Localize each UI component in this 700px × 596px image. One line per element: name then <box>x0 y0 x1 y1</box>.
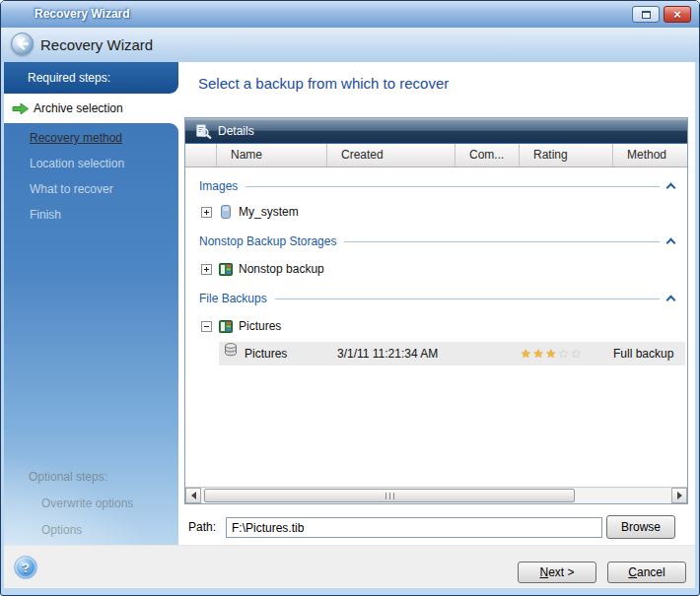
back-button[interactable] <box>11 33 34 55</box>
optional-steps-header: Optional steps: <box>4 464 178 490</box>
sidebar-item-archive-selection[interactable]: Archive selection <box>4 94 178 123</box>
footer: ? Next > Cancel <box>4 545 695 588</box>
next-button[interactable]: Next > <box>518 562 596 583</box>
path-input[interactable] <box>226 517 602 538</box>
current-step-arrow-icon <box>12 102 30 115</box>
maximize-button[interactable] <box>632 6 660 23</box>
column-header-comments[interactable]: Com... <box>455 144 520 166</box>
expand-toggle[interactable] <box>201 207 212 218</box>
sidebar-item-options: Options <box>4 517 178 543</box>
backup-name: My_system <box>239 205 299 219</box>
collapse-chevron-icon[interactable] <box>666 183 676 193</box>
version-created: 3/1/11 11:21:34 AM <box>337 342 438 365</box>
backup-row-nonstop-backup[interactable]: Nonstop backup <box>185 256 687 282</box>
grip-icon <box>385 493 394 499</box>
required-steps-header: Required steps: <box>4 62 178 94</box>
star-empty-icon[interactable]: ★ <box>571 347 584 361</box>
scroll-left-button[interactable] <box>185 488 201 503</box>
backup-row-pictures[interactable]: Pictures <box>185 313 687 339</box>
collapse-chevron-icon[interactable] <box>666 238 676 248</box>
collapse-chevron-icon[interactable] <box>666 296 676 305</box>
close-icon: × <box>673 7 681 22</box>
back-arrow-icon <box>16 37 29 50</box>
page-title: Recovery Wizard <box>40 28 153 62</box>
rating-stars[interactable]: ★★★★★ <box>521 342 584 365</box>
column-header-method[interactable]: Method <box>613 144 687 166</box>
path-row: Path: Browse <box>178 510 695 545</box>
group-label: File Backups <box>199 292 267 305</box>
sidebar-item-location-selection: Location selection <box>4 151 178 176</box>
details-label: Details <box>218 124 254 138</box>
column-header-name[interactable]: Name <box>217 144 327 166</box>
group-images: Images <box>185 175 687 197</box>
backup-version-row[interactable]: Pictures 3/1/11 11:21:34 AM ★★★★★ Full b… <box>219 342 685 365</box>
group-separator <box>275 298 660 299</box>
table-header: Name Created Com... Rating Method <box>185 144 687 167</box>
backup-list-panel: Details Name Created Com... Rating Metho… <box>184 117 688 504</box>
disk-image-icon <box>218 204 234 220</box>
browse-button[interactable]: Browse <box>606 515 675 539</box>
sidebar-item-what-to-recover: What to recover <box>4 176 178 202</box>
star-filled-icon[interactable]: ★ <box>546 347 559 361</box>
group-file-backups: File Backups <box>185 288 687 309</box>
question-icon: ? <box>22 561 30 575</box>
triangle-right-icon <box>677 492 682 499</box>
wizard-header: Recovery Wizard <box>1 28 699 62</box>
details-icon <box>195 123 212 139</box>
group-separator <box>344 241 660 242</box>
expand-toggle[interactable] <box>201 264 212 275</box>
star-filled-icon[interactable]: ★ <box>521 347 533 361</box>
collapse-toggle[interactable] <box>201 321 212 332</box>
version-name: Pictures <box>245 342 287 365</box>
sidebar-item-recovery-method[interactable]: Recovery method <box>4 125 178 151</box>
sidebar-item-overwrite-options: Overwrite options <box>4 491 178 516</box>
backup-row-my-system[interactable]: My_system <box>185 199 687 225</box>
scroll-right-button[interactable] <box>671 488 687 503</box>
cancel-button[interactable]: Cancel <box>607 562 686 583</box>
close-button[interactable]: × <box>664 6 691 23</box>
active-step-label: Archive selection <box>34 101 123 115</box>
backup-list: Images My_system Nonstop Backup <box>185 167 687 487</box>
scrollbar-thumb[interactable] <box>204 489 575 502</box>
backup-name: Pictures <box>239 319 281 333</box>
backup-name: Nonstop backup <box>239 262 324 276</box>
version-method: Full backup <box>613 342 673 365</box>
maximize-icon <box>642 11 651 19</box>
star-empty-icon[interactable]: ★ <box>558 347 571 361</box>
column-header-blank[interactable] <box>185 144 217 166</box>
window-title: Recovery Wizard <box>35 1 130 28</box>
backup-version-disk-icon <box>223 342 239 365</box>
details-button[interactable]: Details <box>185 118 264 143</box>
file-backup-icon <box>218 318 234 334</box>
star-filled-icon[interactable]: ★ <box>533 347 546 361</box>
step-heading: Select a backup from which to recover <box>198 75 449 92</box>
group-separator <box>245 186 660 187</box>
horizontal-scrollbar[interactable] <box>185 487 687 503</box>
group-label: Images <box>199 179 238 193</box>
nonstop-backup-icon <box>218 261 234 277</box>
column-header-rating[interactable]: Rating <box>520 144 613 166</box>
sidebar: Required steps: Archive selection Recove… <box>4 62 178 545</box>
sidebar-item-finish: Finish <box>4 202 178 228</box>
column-header-created[interactable]: Created <box>327 144 455 166</box>
path-label: Path: <box>188 510 216 545</box>
sidebar-steps: Recovery method Location selection What … <box>4 123 178 545</box>
group-nonstop-backup-storages: Nonstop Backup Storages <box>185 231 687 252</box>
recovery-wizard-window: Recovery Wizard × Recovery Wizard Requir… <box>0 0 700 596</box>
triangle-left-icon <box>191 492 196 499</box>
help-button[interactable]: ? <box>14 556 37 579</box>
titlebar[interactable]: Recovery Wizard × <box>1 1 699 28</box>
main-panel: Select a backup from which to recover De… <box>178 62 695 545</box>
details-toolbar: Details <box>185 118 687 144</box>
group-label: Nonstop Backup Storages <box>199 234 336 248</box>
